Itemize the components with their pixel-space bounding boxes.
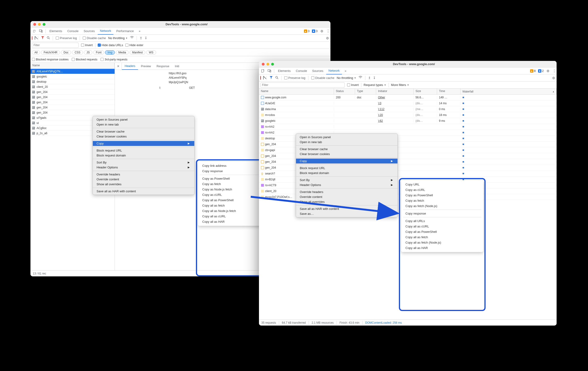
submenu-item[interactable]: Copy URL [401,182,483,187]
filter-funnel-icon[interactable] [41,36,44,40]
submenu-item[interactable]: Copy response [401,211,483,216]
tab-performance[interactable]: Performance [114,28,136,35]
tab-elements[interactable]: Elements [47,28,64,35]
filter-pill-fetch-xhr[interactable]: Fetch/XHR [41,50,60,55]
filter-pill-all[interactable]: All [32,50,40,55]
tab-network[interactable]: Network [98,28,114,35]
filter-pill-img[interactable]: Img [105,50,115,55]
menu-item[interactable]: Block request URL [296,165,398,171]
warnings-badge[interactable]: ▲8 [530,69,536,72]
download-icon[interactable]: ↧ [373,76,376,80]
network-settings-icon[interactable]: ⚙ [326,36,329,40]
copy-submenu[interactable]: Copy URLCopy as cURLCopy as PowerShellCo… [401,180,483,252]
context-menu[interactable]: Open in Sources panelOpen in new tabClea… [296,134,398,217]
menu-item[interactable]: Override content [93,177,194,182]
filter-input[interactable] [260,82,345,88]
close-icon[interactable] [262,63,265,66]
request-row[interactable]: ANLem4Y5PqQ7N… [31,69,115,74]
menu-item[interactable]: Sort By▶ [296,177,398,183]
search-icon[interactable] [47,36,50,40]
request-row[interactable]: data:ima):112(me…0 ms [259,106,556,112]
inspect-icon[interactable] [32,28,38,34]
request-row[interactable]: gen_204 [31,90,115,95]
third-party-checkbox[interactable]: 3rd-party requests [101,58,127,61]
settings-gear-icon[interactable]: ⚙ [546,69,550,73]
throttling-select[interactable]: No throttling▼ [337,76,356,80]
cell-initiator[interactable]: ):112 [376,107,414,111]
submenu-item[interactable]: Copy as cURL [401,187,483,193]
search-icon[interactable] [275,76,278,80]
download-icon[interactable]: ↧ [145,36,147,40]
menu-item[interactable]: Save all as HAR with content [93,189,194,194]
close-detail-button[interactable]: × [115,63,122,70]
blocked-requests-checkbox[interactable]: Blocked requests [72,58,97,61]
request-row[interactable]: www.google.com200docOther56.6…149 … [259,95,556,101]
col-time[interactable]: Time [437,89,461,94]
submenu-item[interactable]: Copy all as fetch [401,235,483,240]
disable-cache-checkbox[interactable]: Disable cache [83,36,106,40]
inspect-icon[interactable] [260,68,266,74]
cell-initiator[interactable]: ):0 [376,102,414,105]
upload-icon[interactable]: ↥ [140,36,142,40]
request-row[interactable]: m=cdos):20(dis…18 ms [259,112,556,118]
issues-badge[interactable]: ■3 [312,29,317,33]
preserve-log-checkbox[interactable]: Preserve log [284,76,305,80]
col-waterfall[interactable]: Waterfall▲ [461,89,556,94]
filter-pill-css[interactable]: CSS [72,50,83,55]
menu-item[interactable]: Override content [296,194,398,199]
invert-checkbox[interactable]: Invert [81,43,93,47]
request-row[interactable]: 4UaGrE):0(dis…14 ms [259,101,556,106]
menu-item[interactable]: Copy▶ [93,141,194,146]
close-icon[interactable] [33,23,36,26]
blocked-cookies-checkbox[interactable]: Blocked response cookies [32,58,68,61]
request-row[interactable]: gen_204 [31,110,115,115]
minimize-icon[interactable] [266,63,269,66]
submenu-item[interactable]: Copy as PowerShell [401,193,483,198]
menu-item[interactable]: Override headers [296,189,398,194]
context-menu[interactable]: Open in Sources panelOpen in new tabClea… [93,116,195,195]
minimize-icon[interactable] [38,23,41,26]
menu-item[interactable]: Open in new tab [296,140,398,144]
cell-initiator[interactable]: ):62 [376,119,414,123]
col-type[interactable]: Type [355,89,376,94]
request-types-dropdown[interactable]: Request types▼ [364,83,386,87]
menu-item[interactable]: Block request domain [93,153,194,158]
request-row[interactable]: gen_204 [31,105,115,110]
filter-pill-doc[interactable]: Doc [61,50,71,55]
submenu-item[interactable]: Copy all as fetch (Node.js) [401,240,483,245]
menu-item[interactable]: Show all overrides [93,182,194,187]
filter-funnel-icon[interactable] [270,76,273,80]
menu-item[interactable]: Open in Sources panel [93,117,194,122]
menu-item[interactable]: Open in new tab [93,122,194,127]
wifi-icon[interactable] [130,36,134,40]
filter-pill-font[interactable]: Font [93,50,104,55]
detail-tab-initiator[interactable]: Initi [172,63,182,70]
menu-item[interactable]: Save as… [296,211,398,216]
detail-tab-preview[interactable]: Preview [138,63,154,70]
col-status[interactable]: Status [334,89,355,94]
filter-pill-ws[interactable]: WS [146,50,156,55]
submenu-item[interactable]: Copy all as HAR [401,245,483,251]
hide-data-urls-checkbox[interactable]: Hide data URLs [98,43,123,47]
menu-item[interactable]: Clear browser cookies [296,152,398,156]
more-tabs-icon[interactable]: » [137,28,143,34]
preserve-log-checkbox[interactable]: Preserve log [56,36,77,40]
menu-item[interactable]: Block request URL [93,148,194,153]
submenu-item[interactable]: Copy all as PowerShell [401,229,483,235]
record-icon[interactable] [32,36,32,40]
maximize-icon[interactable] [271,63,274,66]
request-row[interactable]: googlelc [31,74,115,79]
settings-gear-icon[interactable]: ⚙ [320,29,323,33]
menu-item[interactable]: Header Options▶ [296,183,398,187]
col-name[interactable]: Name [259,89,334,94]
submenu-item[interactable]: Copy as fetch [401,198,483,203]
cell-initiator[interactable]: Other [376,96,414,99]
cell-initiator[interactable]: ):20 [376,113,414,117]
menu-item[interactable]: Open in Sources panel [296,135,398,140]
menu-item[interactable]: Clear browser cache [296,147,398,152]
col-name[interactable]: Name [31,63,115,69]
tab-network[interactable]: Network [326,67,342,74]
invert-checkbox[interactable]: Invert [347,83,359,87]
request-row[interactable]: client_20 [31,84,115,90]
maximize-icon[interactable] [43,23,45,26]
